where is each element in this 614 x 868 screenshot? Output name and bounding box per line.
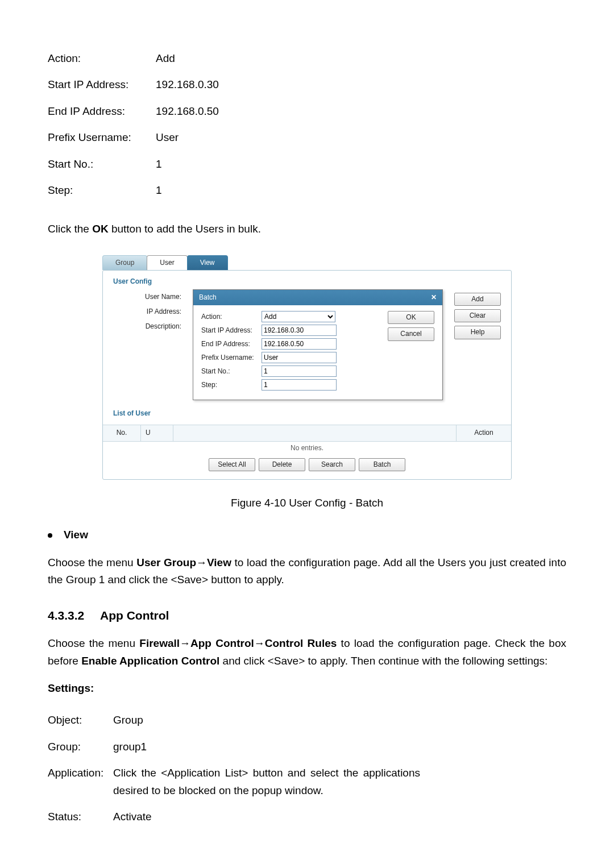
- settings-table: Object: Group Group: group1 Application:…: [48, 707, 420, 830]
- settings-label: Settings:: [48, 680, 566, 697]
- instruction-bold: OK: [92, 223, 109, 235]
- label-ip-address: IP Address:: [113, 304, 181, 319]
- settings-key-status: Status:: [48, 804, 113, 830]
- popup-input-start-no[interactable]: [262, 366, 337, 377]
- label-start-ip: Start IP Address:: [48, 72, 156, 98]
- popup-label-start-no: Start No.:: [201, 366, 262, 377]
- value-start-ip: 192.168.0.30: [156, 72, 219, 98]
- figure-user-config-batch: Group User View User Config User Name: I…: [102, 255, 512, 480]
- heading-number: 4.3.3.2: [48, 606, 100, 625]
- list-empty: No entries.: [103, 442, 511, 458]
- ac-post: and click <Save> to apply. Then continue…: [219, 655, 547, 667]
- label-action: Action:: [48, 45, 156, 72]
- left-labels: User Name: IP Address: Description:: [113, 289, 181, 400]
- heading-app-control: 4.3.3.2App Control: [48, 606, 566, 625]
- tab-user[interactable]: User: [147, 255, 187, 270]
- value-start-no: 1: [156, 151, 219, 177]
- view-paragraph: Choose the menu User Group→View to load …: [48, 554, 566, 589]
- search-button[interactable]: Search: [309, 458, 355, 471]
- popup-titlebar: Batch ✕: [193, 290, 442, 305]
- instruction-text: Click the OK button to add the Users in …: [48, 221, 566, 238]
- settings-val-status: Activate: [113, 804, 420, 830]
- col-no: No.: [103, 425, 141, 441]
- col-user: U: [141, 425, 173, 441]
- app-control-paragraph: Choose the menu Firewall→App Control→Con…: [48, 635, 566, 670]
- list-header: No. U Action: [103, 425, 511, 441]
- ac-bold2: Enable Application Control: [81, 655, 219, 667]
- label-description: Description:: [113, 319, 181, 334]
- heading-title: App Control: [100, 609, 169, 622]
- side-buttons: Add Clear Help: [454, 289, 501, 400]
- popup-input-end-ip[interactable]: [262, 338, 337, 350]
- view-text-bold: User Group→View: [136, 556, 231, 568]
- value-step: 1: [156, 177, 219, 203]
- page-number: -140-: [48, 864, 566, 868]
- popup-input-start-ip[interactable]: [262, 325, 337, 336]
- label-start-no: Start No.:: [48, 151, 156, 177]
- ac-pre: Choose the menu: [48, 637, 139, 649]
- delete-button[interactable]: Delete: [259, 458, 305, 471]
- tab-group[interactable]: Group: [102, 255, 147, 270]
- settings-val-object: Group: [113, 707, 420, 733]
- cancel-button[interactable]: Cancel: [388, 327, 434, 340]
- popup-label-prefix-user: Prefix Username:: [201, 352, 262, 363]
- close-icon[interactable]: ✕: [431, 292, 437, 303]
- popup-label-action: Action:: [201, 312, 262, 322]
- section-list-of-user: List of User: [103, 400, 511, 421]
- panel-body: User Config User Name: IP Address: Descr…: [102, 270, 512, 480]
- settings-val-group: group1: [113, 734, 420, 760]
- instruction-pre: Click the: [48, 223, 92, 235]
- figure-caption: Figure 4-10 User Config - Batch: [48, 495, 566, 512]
- popup-input-prefix-user[interactable]: [262, 352, 337, 363]
- select-all-button[interactable]: Select All: [209, 458, 255, 471]
- bottom-buttons: Select All Delete Search Batch: [103, 458, 511, 471]
- bullet-view: View: [48, 526, 566, 543]
- ac-bold1: Firewall→App Control→Control Rules: [139, 637, 337, 649]
- view-text-pre: Choose the menu: [48, 556, 136, 568]
- bullet-label: View: [64, 526, 88, 543]
- ok-button[interactable]: OK: [388, 311, 434, 324]
- tab-view[interactable]: View: [187, 255, 228, 270]
- batch-popup: Batch ✕ Action: Add Star: [193, 289, 443, 400]
- label-prefix-username: Prefix Username:: [48, 124, 156, 151]
- value-prefix-username: User: [156, 124, 219, 151]
- popup-label-step: Step:: [201, 380, 262, 391]
- section-user-config: User Config: [103, 271, 511, 289]
- bullet-icon: [48, 533, 52, 538]
- label-end-ip: End IP Address:: [48, 98, 156, 124]
- label-step: Step:: [48, 177, 156, 203]
- batch-params-list: Action: Add Start IP Address: 192.168.0.…: [48, 45, 219, 203]
- batch-button[interactable]: Batch: [359, 458, 405, 471]
- value-action: Add: [156, 45, 219, 72]
- help-button[interactable]: Help: [454, 326, 501, 339]
- popup-select-action[interactable]: Add: [262, 311, 335, 322]
- settings-val-application: Click the <Application List> button and …: [113, 760, 420, 804]
- popup-label-end-ip: End IP Address:: [201, 339, 262, 350]
- popup-input-step[interactable]: [262, 379, 337, 391]
- popup-label-start-ip: Start IP Address:: [201, 325, 262, 336]
- settings-key-object: Object:: [48, 707, 113, 733]
- settings-key-group: Group:: [48, 734, 113, 760]
- label-user-name: User Name:: [113, 289, 181, 304]
- clear-button[interactable]: Clear: [454, 309, 501, 322]
- settings-key-application: Application:: [48, 760, 113, 804]
- add-button[interactable]: Add: [454, 293, 501, 306]
- popup-title-text: Batch: [199, 292, 217, 303]
- value-end-ip: 192.168.0.50: [156, 98, 219, 124]
- col-action: Action: [457, 425, 511, 441]
- popup-buttons: OK Cancel: [388, 311, 434, 393]
- tab-bar: Group User View: [102, 255, 512, 270]
- instruction-post: button to add the Users in bulk.: [109, 223, 261, 235]
